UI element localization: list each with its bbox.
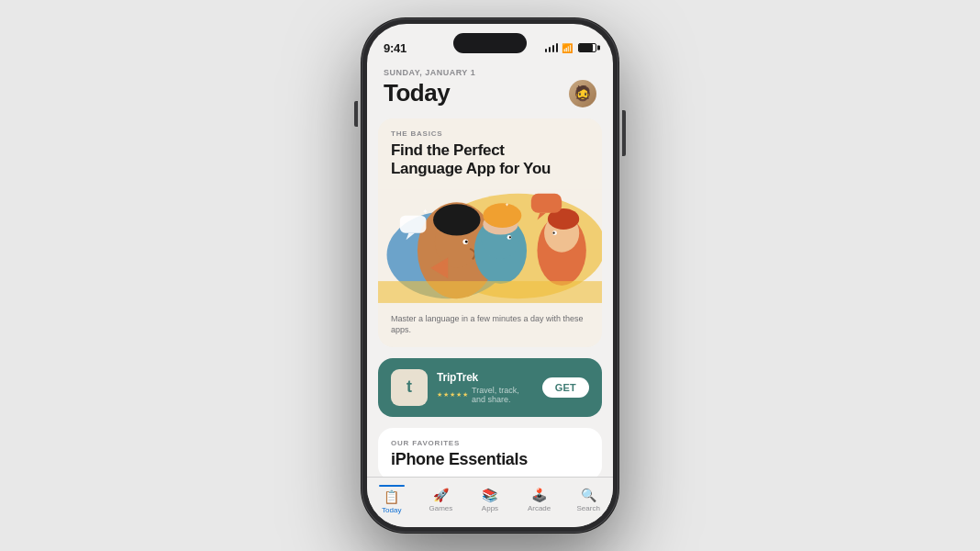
- tab-apps-label: Apps: [482, 504, 498, 512]
- card-title: Find the Perfect Language App for You: [391, 141, 589, 179]
- tab-arcade-label: Arcade: [528, 504, 551, 512]
- svg-rect-21: [400, 215, 427, 232]
- favorites-title: iPhone Essentials: [391, 450, 589, 469]
- tab-games-icon: 🚀: [433, 488, 449, 502]
- battery-fill: [579, 44, 593, 51]
- tab-today-label: Today: [382, 506, 401, 514]
- tab-search-label: Search: [576, 504, 599, 512]
- screen-content[interactable]: SUNDAY, JANUARY 1 Today 🧔 THE BASICS Fin…: [367, 64, 613, 477]
- card-illustration: ✦ ✦: [378, 186, 602, 306]
- svg-rect-19: [531, 194, 562, 213]
- app-tagline-row: ★★★★★ Travel, track, and share.: [437, 386, 533, 404]
- today-date: SUNDAY, JANUARY 1: [384, 68, 596, 77]
- svg-text:✦: ✦: [505, 202, 509, 208]
- svg-text:✦: ✦: [422, 208, 429, 216]
- tab-apps[interactable]: 📚 Apps: [470, 488, 510, 512]
- card-subtitle: Master a language in a few minutes a day…: [378, 306, 602, 347]
- tab-search[interactable]: 🔍 Search: [568, 488, 608, 512]
- dynamic-island: [453, 33, 527, 53]
- tab-games[interactable]: 🚀 Games: [420, 488, 461, 512]
- language-illustration: ✦ ✦: [378, 186, 602, 306]
- svg-point-11: [483, 203, 521, 228]
- wifi-icon: 📶: [562, 43, 573, 53]
- app-card[interactable]: t TripTrek ★★★★★ Travel, track, and shar…: [378, 358, 602, 417]
- signal-icon: [545, 43, 559, 52]
- app-icon: t: [391, 369, 428, 406]
- today-title: Today: [384, 79, 450, 107]
- get-button[interactable]: GET: [542, 377, 589, 398]
- card-label: THE BASICS: [391, 129, 589, 138]
- tab-search-icon: 🔍: [581, 488, 596, 502]
- svg-rect-25: [378, 281, 602, 303]
- tab-bar: 📋 Today 🚀 Games 📚 Apps 🕹️ Arcade 🔍 Searc…: [367, 477, 613, 527]
- tab-arcade[interactable]: 🕹️ Arcade: [519, 488, 560, 512]
- today-title-row: Today 🧔: [384, 79, 596, 107]
- tab-indicator: [379, 485, 405, 487]
- feature-card[interactable]: THE BASICS Find the Perfect Language App…: [378, 118, 602, 347]
- tab-today[interactable]: 📋 Today: [372, 485, 412, 514]
- svg-point-13: [509, 236, 511, 238]
- battery-icon: [578, 43, 596, 52]
- app-tagline: Travel, track, and share.: [472, 386, 533, 404]
- app-name: TripTrek: [437, 371, 533, 384]
- svg-point-5: [433, 204, 480, 235]
- tab-today-icon: 📋: [384, 489, 399, 504]
- phone-frame: 9:41 📶 SUNDAY, JANUARY 1 Today 🧔: [362, 18, 618, 533]
- status-icons: 📶: [545, 43, 597, 53]
- tab-arcade-icon: 🕹️: [531, 488, 547, 502]
- today-header: SUNDAY, JANUARY 1 Today 🧔: [367, 64, 613, 118]
- tab-games-label: Games: [429, 504, 452, 512]
- tab-apps-icon: 📚: [482, 488, 497, 502]
- svg-point-7: [465, 241, 468, 243]
- phone-screen: 9:41 📶 SUNDAY, JANUARY 1 Today 🧔: [367, 24, 613, 527]
- svg-point-18: [552, 231, 554, 233]
- status-time: 9:41: [384, 41, 406, 55]
- avatar[interactable]: 🧔: [569, 80, 596, 107]
- app-rating: ★★★★★: [437, 391, 468, 399]
- app-info: TripTrek ★★★★★ Travel, track, and share.: [437, 371, 533, 404]
- favorites-label: OUR FAVORITES: [391, 439, 589, 447]
- favorites-section[interactable]: OUR FAVORITES iPhone Essentials: [378, 428, 602, 477]
- card-text-section: THE BASICS Find the Perfect Language App…: [378, 118, 602, 186]
